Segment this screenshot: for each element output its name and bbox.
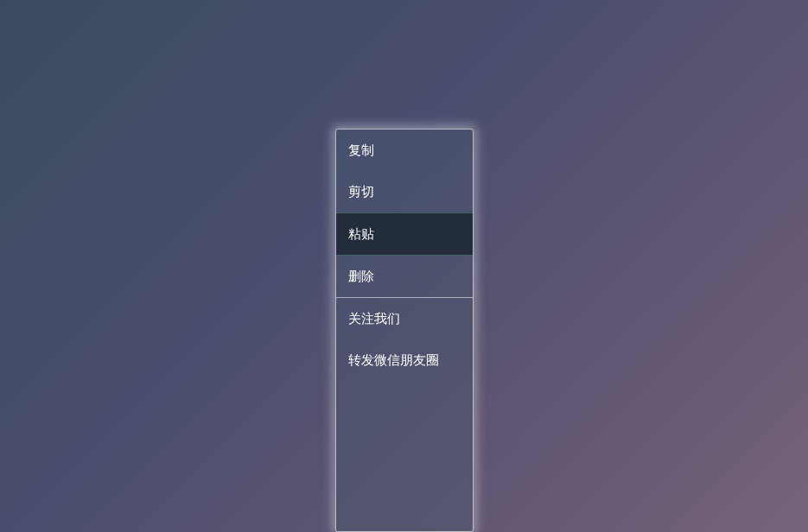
menu-item-copy[interactable]: 复制 xyxy=(336,130,473,171)
menu-group-social: 关注我们 转发微信朋友圈 xyxy=(336,298,473,381)
context-menu: 复制 剪切 粘贴 删除 关注我们 转发微信朋友圈 xyxy=(335,129,474,532)
menu-item-paste[interactable]: 粘贴 xyxy=(336,212,473,256)
menu-item-follow-us[interactable]: 关注我们 xyxy=(336,298,473,339)
menu-item-cut[interactable]: 剪切 xyxy=(336,171,473,212)
menu-group-edit: 复制 剪切 粘贴 删除 xyxy=(336,130,473,298)
menu-item-share-wechat[interactable]: 转发微信朋友圈 xyxy=(336,339,473,381)
menu-item-delete[interactable]: 删除 xyxy=(336,256,473,297)
